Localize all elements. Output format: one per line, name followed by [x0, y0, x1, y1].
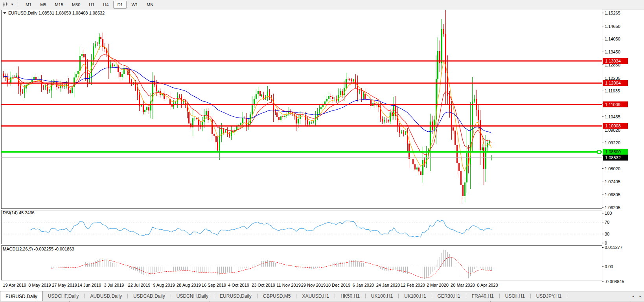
tab-uk100-h1[interactable]: UK100,H1	[399, 291, 431, 301]
chevron-down-icon[interactable]: ▼	[11, 3, 14, 6]
macd-label: MACD(12,26,9) -0.002255 -0.001863	[3, 247, 74, 251]
date-label: 27 May 2019	[52, 283, 77, 287]
macd-tick-label: 0.00	[605, 264, 613, 269]
tab-usdcad-daily[interactable]: USDCAD,Daily	[128, 291, 170, 301]
price-tick-label: 1.10435	[605, 114, 620, 119]
rsi-tick-label: 30	[605, 232, 609, 236]
tab-fra40-h1[interactable]: FRA40,H1	[467, 291, 499, 301]
price-tick-label: 1.13450	[605, 50, 620, 54]
date-label: 8 Apr 2020	[477, 283, 498, 287]
tab-uk100-h1[interactable]: UK100,H1	[366, 291, 398, 301]
price-label-text: 1.11009	[605, 102, 620, 107]
tab-separator	[171, 294, 171, 298]
timeframe-button-w1[interactable]: W1	[127, 1, 142, 9]
tab-scroll-arrows: ◂ ▸	[629, 291, 644, 301]
date-label: 19 Apr 2019	[3, 283, 26, 287]
tab-separator	[432, 294, 432, 298]
tab-separator	[127, 294, 128, 298]
tab-separator	[466, 294, 466, 298]
date-axis: 19 Apr 20198 May 201927 May 201914 Jun 2…	[3, 283, 498, 287]
timeframe-button-m30[interactable]: M30	[68, 1, 84, 9]
price-label-text: 1.08800	[605, 149, 621, 154]
tab-scroll-left-icon[interactable]: ◂	[629, 294, 637, 298]
timeframe-button-mn[interactable]: MN	[143, 1, 157, 9]
tab-usoil-h1[interactable]: USOil,H1	[500, 291, 530, 301]
tab-separator	[530, 294, 531, 298]
timeframe-button-m5[interactable]: M5	[36, 1, 50, 9]
date-label: 11 Nov 2019	[276, 283, 301, 287]
rsi-tick-label: 0	[605, 241, 607, 245]
tab-xauusd-h1[interactable]: XAUUSD,H1	[297, 291, 334, 301]
date-label: 16 Sep 2019	[202, 283, 226, 287]
date-label: 12 Feb 2020	[401, 283, 425, 287]
price-label-text: 1.08532	[605, 155, 621, 160]
tab-hk50-h1[interactable]: HK50,H1	[335, 291, 365, 301]
price-tick-label: 1.14050	[605, 37, 620, 41]
tab-separator	[214, 294, 214, 298]
date-label: 8 May 2019	[28, 283, 51, 287]
date-label: 24 Jan 2020	[376, 283, 400, 287]
tab-separator	[257, 294, 258, 298]
panel-frames	[2, 10, 602, 280]
date-label: 9 Aug 2019	[153, 283, 175, 287]
timeframe-button-m15[interactable]: M15	[51, 1, 67, 9]
tab-eurusd-daily[interactable]: EURUSD,Daily	[215, 291, 257, 301]
date-label: 22 Jul 2019	[128, 283, 151, 287]
date-label: 2 Mar 2020	[427, 283, 449, 287]
tab-separator	[335, 294, 335, 298]
date-label: 3 Jul 2019	[104, 283, 124, 287]
price-chart-svg[interactable]: 1.152651.146501.140501.134501.128501.122…	[0, 9, 644, 291]
chart-style-tool[interactable]: ▼	[0, 2, 16, 8]
chart-title: EURUSD,Daily 1.08531 1.08650 1.08408 1.0…	[8, 11, 105, 15]
tab-separator	[398, 294, 399, 298]
tab-audusd-daily[interactable]: AUDUSD,Daily	[85, 291, 127, 301]
price-tick-label: 1.06205	[605, 205, 620, 210]
chart-tabs: EURUSD,DailyUSDCHF,DailyAUDUSD,DailyUSDC…	[0, 291, 568, 301]
price-tick-label: 1.12235	[605, 76, 620, 81]
tab-usdjpy-h1[interactable]: USDJPY,H1	[531, 291, 567, 301]
tab-separator	[84, 294, 85, 298]
tab-separator	[296, 294, 296, 298]
timeframe-button-h4[interactable]: H4	[99, 1, 112, 9]
rsi-tick-label: 100	[605, 211, 612, 215]
price-label-text: 1.13034	[605, 59, 621, 63]
date-label: 18 Dec 2019	[326, 283, 350, 287]
tab-usdcnh-daily[interactable]: USDCNH,Daily	[171, 291, 213, 301]
price-tick-label: 1.09220	[605, 140, 620, 145]
tab-ger30-h1[interactable]: GER30,H1	[432, 291, 466, 301]
date-label: 20 Mar 2020	[451, 283, 475, 287]
timeframe-button-h1[interactable]: H1	[85, 1, 98, 9]
top-toolbar: ▼ M1M5M15M30H1H4D1W1MN	[0, 0, 644, 9]
tab-scroll-right-icon[interactable]: ▸	[637, 294, 644, 298]
price-tick-label: 1.11635	[605, 88, 620, 93]
tab-gbpusd-m5[interactable]: GBPUSD,M5	[258, 291, 296, 301]
macd-tick-label: 0.011277	[605, 245, 622, 250]
date-label: 6 Jan 2020	[353, 283, 374, 287]
timeframe-button-d1[interactable]: D1	[113, 1, 127, 9]
tab-separator	[365, 294, 366, 298]
price-label-text: 1.12004	[605, 81, 621, 85]
tab-eurusd-daily[interactable]: EURUSD,Daily	[0, 291, 43, 301]
green-line-handle	[598, 150, 601, 153]
rsi-tick-label: 70	[605, 220, 609, 225]
date-label: 23 Oct 2019	[252, 283, 275, 287]
date-label: 14 Jun 2019	[77, 283, 101, 287]
price-tick-label: 1.07405	[605, 179, 620, 184]
timeframe-button-group: M1M5M15M30H1H4D1W1MN	[21, 1, 158, 9]
macd-tick-label: -0.008845	[605, 279, 624, 284]
date-label: 4 Oct 2019	[228, 283, 249, 287]
price-axis: 1.152651.146501.140501.134501.128501.122…	[602, 11, 624, 284]
toolbar-drag-handle[interactable]	[18, 2, 18, 8]
price-tick-label: 1.06805	[605, 192, 620, 197]
price-tick-label: 1.08020	[605, 166, 620, 171]
rsi-label: RSI(14) 45.2436	[3, 210, 35, 215]
chart-tabs-bar: EURUSD,DailyUSDCHF,DailyAUDUSD,DailyUSDC…	[0, 291, 644, 301]
tab-separator	[567, 294, 567, 298]
timeframe-button-m1[interactable]: M1	[22, 1, 35, 9]
price-tick-label: 1.15265	[605, 11, 620, 15]
price-label-text: 1.10008	[605, 123, 621, 128]
date-label: 29 Nov 2019	[301, 283, 326, 287]
price-tick-label: 1.14650	[605, 24, 620, 29]
date-label: 28 Aug 2019	[177, 283, 201, 287]
tab-usdchf-daily[interactable]: USDCHF,Daily	[43, 291, 84, 301]
